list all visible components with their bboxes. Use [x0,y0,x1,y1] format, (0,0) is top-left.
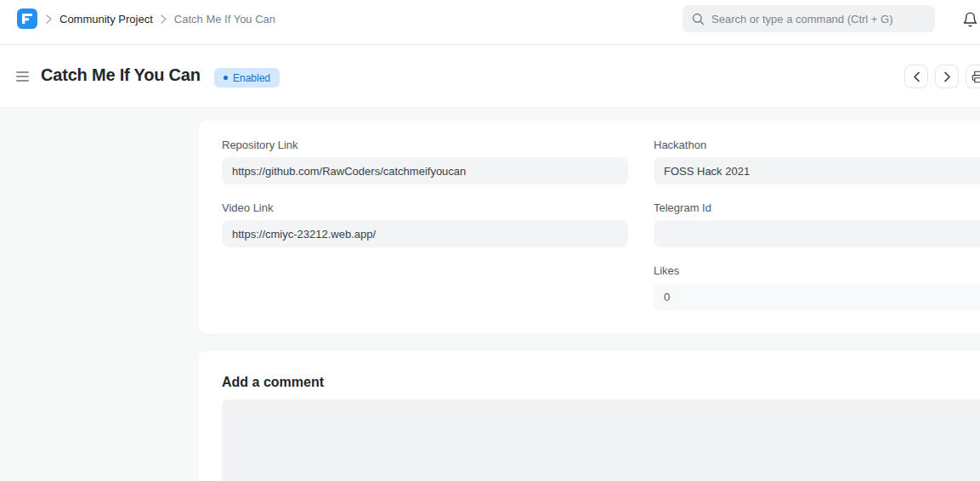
field-label: Hackathon [654,139,980,151]
status-badge-label: Enabled [233,72,270,84]
field-repository-link: Repository Link [222,139,628,184]
field-label: Telegram Id [654,201,980,214]
telegram-id-input[interactable] [654,220,980,247]
hackathon-input[interactable] [654,157,980,184]
menu-icon [16,80,29,82]
breadcrumb-item-community-project[interactable]: Community Project [59,13,153,25]
global-search[interactable] [683,5,935,32]
chevron-right-icon [46,14,52,24]
field-telegram-id: Telegram Id [654,201,980,247]
comments-section-card: Add a comment [198,351,980,481]
sidebar-toggle-button[interactable] [16,71,29,82]
form-column-left: Repository Link Video Link [222,139,628,327]
frappe-logo-icon [21,13,33,25]
breadcrumb-item-current-doc: Catch Me If You Can [174,13,275,25]
menu-icon [16,71,29,73]
printer-icon [972,71,980,83]
previous-document-button[interactable] [904,65,928,88]
comment-input[interactable] [222,399,980,481]
comments-heading: Add a comment [222,375,980,390]
status-dot-icon [224,76,228,80]
app-window: Community Project Catch Me If You Can [0,0,980,481]
page-title: Catch Me If You Can [41,65,201,85]
form-column-right: Hackathon Telegram Id Likes [654,139,980,327]
page-actions [904,65,980,88]
breadcrumb: Community Project Catch Me If You Can [46,0,275,38]
likes-input [654,283,980,310]
print-button[interactable] [966,65,980,88]
chevron-right-icon [943,71,951,82]
search-icon [692,13,705,25]
repository-link-input[interactable] [222,157,628,184]
field-likes: Likes [654,264,980,310]
menu-icon [16,76,29,77]
navbar: Community Project Catch Me If You Can [0,0,980,45]
field-label: Repository Link [222,139,628,151]
field-hackathon: Hackathon [654,139,980,184]
bell-icon [962,11,980,28]
form-grid: Repository Link Video Link Hackathon Tel… [222,139,980,327]
video-link-input[interactable] [222,220,628,247]
chevron-right-icon [161,14,167,24]
status-badge: Enabled [214,68,280,88]
page-head: Catch Me If You Can Enabled [0,45,980,108]
form-section-card: Repository Link Video Link Hackathon Tel… [198,121,980,334]
next-document-button[interactable] [935,65,959,88]
chevron-left-icon [913,71,921,82]
frappe-logo[interactable] [17,8,37,29]
field-label: Video Link [222,201,628,214]
notifications-button[interactable] [962,9,980,30]
field-label: Likes [654,264,980,277]
search-input[interactable] [711,13,926,25]
field-video-link: Video Link [222,201,628,247]
